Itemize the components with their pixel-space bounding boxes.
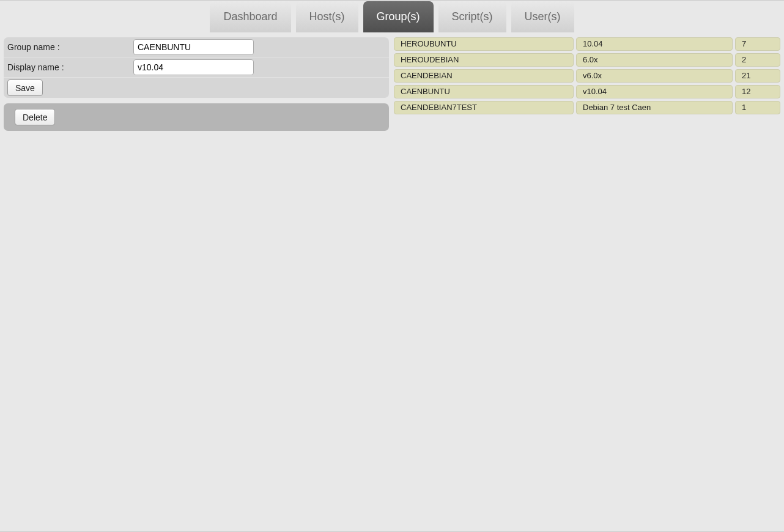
tab-users[interactable]: User(s) bbox=[511, 1, 574, 32]
display-name-input[interactable] bbox=[133, 59, 254, 75]
group-count-cell: 7 bbox=[735, 37, 780, 51]
display-name-label: Display name : bbox=[4, 62, 131, 72]
group-display-cell: 6.0x bbox=[576, 53, 733, 67]
group-count-cell: 21 bbox=[735, 69, 780, 83]
group-count-cell: 12 bbox=[735, 85, 780, 98]
tab-bar: Dashboard Host(s) Group(s) Script(s) Use… bbox=[0, 1, 784, 32]
group-display-cell: 10.04 bbox=[576, 37, 733, 51]
group-edit-form: Group name : Display name : Save bbox=[4, 37, 389, 98]
group-name-cell: CAENBUNTU bbox=[394, 85, 574, 98]
group-list: HEROUBUNTU10.047HEROUDEBIAN6.0x2CAENDEBI… bbox=[394, 37, 780, 114]
group-display-cell: v10.04 bbox=[576, 85, 733, 98]
group-count-cell: 1 bbox=[735, 101, 780, 114]
delete-button[interactable]: Delete bbox=[15, 109, 55, 125]
group-display-cell: Debian 7 test Caen bbox=[576, 101, 733, 114]
tab-groups[interactable]: Group(s) bbox=[363, 1, 434, 32]
group-name-input[interactable] bbox=[133, 39, 254, 55]
group-name-cell: CAENDEBIAN7TEST bbox=[394, 101, 574, 114]
tab-hosts[interactable]: Host(s) bbox=[296, 1, 358, 32]
save-button[interactable]: Save bbox=[7, 79, 43, 96]
group-row[interactable]: HEROUDEBIAN6.0x2 bbox=[394, 53, 780, 67]
tab-dashboard[interactable]: Dashboard bbox=[210, 1, 290, 32]
group-row[interactable]: CAENBUNTUv10.0412 bbox=[394, 85, 780, 98]
group-row[interactable]: CAENDEBIAN7TESTDebian 7 test Caen1 bbox=[394, 101, 780, 114]
group-name-label: Group name : bbox=[4, 42, 131, 52]
group-name-cell: CAENDEBIAN bbox=[394, 69, 574, 83]
group-name-cell: HEROUDEBIAN bbox=[394, 53, 574, 67]
group-row[interactable]: HEROUBUNTU10.047 bbox=[394, 37, 780, 51]
group-row[interactable]: CAENDEBIANv6.0x21 bbox=[394, 69, 780, 83]
delete-section: Delete bbox=[4, 103, 389, 131]
tab-scripts[interactable]: Script(s) bbox=[438, 1, 506, 32]
group-name-cell: HEROUBUNTU bbox=[394, 37, 574, 51]
group-count-cell: 2 bbox=[735, 53, 780, 67]
group-display-cell: v6.0x bbox=[576, 69, 733, 83]
